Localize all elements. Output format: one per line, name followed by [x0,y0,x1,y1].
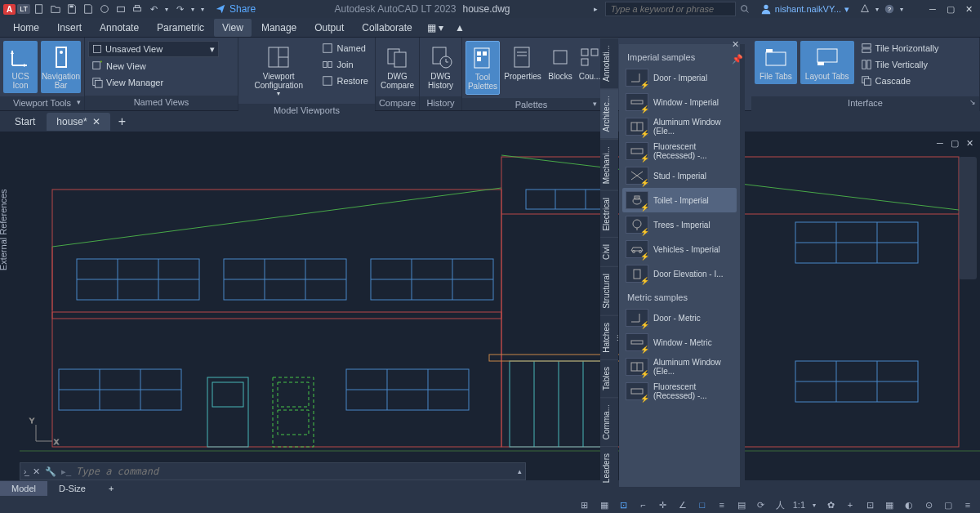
plot-icon[interactable] [114,2,128,16]
quickprops-icon[interactable]: ▦ [882,498,897,511]
dwg-compare-button[interactable]: DWG Compare [379,41,416,93]
menu-collaborate[interactable]: Collaborate [354,19,420,37]
autodesk-dropdown-icon[interactable]: ▾ [874,2,880,16]
cmd-expand-icon[interactable]: ▴ [518,467,522,475]
join-viewport-button[interactable]: Join [318,57,372,72]
save-as-icon[interactable] [81,2,96,16]
command-input[interactable] [76,466,513,477]
print-icon[interactable] [130,2,145,16]
tab-close-icon[interactable]: ✕ [92,116,100,127]
palette-item-door-imperial[interactable]: Door - Imperial [622,65,737,90]
isodraft-icon[interactable]: ∠ [675,498,690,511]
grid-icon[interactable]: ▦ [597,498,612,511]
palette-item-stud[interactable]: Stud - Imperial [622,163,737,188]
scale-dropdown-icon[interactable]: ▾ [810,498,818,511]
cleanscreen-icon[interactable]: ▢ [941,498,956,511]
snap-icon[interactable]: ⊡ [617,498,631,511]
viewport-maximize-icon[interactable]: ▢ [949,137,960,149]
external-references-panel[interactable]: External References [0,189,8,270]
cmd-customize-icon[interactable]: 🔧 [45,466,56,477]
navigation-bar-widget[interactable] [959,157,977,279]
save-icon[interactable] [65,2,79,16]
units-icon[interactable]: ⊡ [862,498,877,511]
redo-icon[interactable]: ↷ [172,2,187,16]
palette-item-fluorescent[interactable]: Fluorescent (Recessed) -... [622,139,737,163]
qat-dropdown-icon[interactable]: ▾ [198,2,207,16]
user-account[interactable]: nishant.naikVY... ▾ [760,3,849,15]
cascade-button[interactable]: Cascade [858,74,942,88]
osnap-icon[interactable]: □ [695,498,710,511]
new-tab-button[interactable]: + [112,114,132,129]
annoscale-icon[interactable]: 人 [773,498,788,511]
view-manager-button[interactable]: View Manager [88,75,234,90]
transparency-icon[interactable]: ▤ [734,498,749,511]
palette-item-door-elevation[interactable]: Door Elevation - I... [622,261,737,286]
palette-tab-commands[interactable]: Comma... [600,397,618,446]
palette-item-trees[interactable]: Trees - Imperial [622,212,737,237]
menu-view[interactable]: View [214,19,252,37]
palette-tab-mechanical[interactable]: Mechani... [600,139,618,190]
lineweight-icon[interactable]: ≡ [715,498,729,511]
search-icon[interactable] [737,2,752,16]
properties-button[interactable]: Properties [503,41,542,84]
palette-tab-electrical[interactable]: Electrical [600,190,618,238]
tool-palettes-button[interactable]: Tool Palettes [466,41,500,95]
help-icon[interactable]: ? [882,2,897,16]
viewport-close-icon[interactable]: ✕ [964,137,975,149]
palette-pin-icon[interactable]: 📌 [732,54,743,65]
menu-home[interactable]: Home [5,19,47,37]
palette-item-window-metric[interactable]: Window - Metric [622,330,737,355]
palette-tab-architectural[interactable]: Architec... [600,88,618,138]
scale-label[interactable]: 1:1 [793,498,805,511]
annotation-monitor-icon[interactable]: + [843,498,858,511]
undo-icon[interactable]: ↶ [146,2,161,16]
palette-tab-civil[interactable]: Civil [600,237,618,266]
dwg-history-button[interactable]: DWG History [423,41,458,93]
palette-item-fluorescent-metric[interactable]: Fluorescent (Recessed) -... [622,379,737,404]
web-icon[interactable] [97,2,112,16]
menu-featured-apps[interactable]: ▦ ▾ [422,19,448,37]
ortho-icon[interactable]: ⌐ [636,498,651,511]
model-tab[interactable]: Model [0,481,47,496]
menu-parametric[interactable]: Parametric [149,19,212,37]
drawing-canvas[interactable]: External References [0,132,980,480]
isolate-icon[interactable]: ◐ [902,498,916,511]
redo-dropdown-icon[interactable]: ▾ [189,2,197,16]
close-icon[interactable]: ✕ [960,2,977,16]
cmd-history-icon[interactable]: ›_ [24,467,28,476]
tab-house[interactable]: house*✕ [47,113,109,131]
palette-item-toilet[interactable]: Toilet - Imperial [622,188,737,212]
navigation-bar-button[interactable]: Navigation Bar [41,41,81,93]
tile-horizontally-button[interactable]: Tile Horizontally [858,41,942,56]
undo-dropdown-icon[interactable]: ▾ [163,2,171,16]
named-viewport-button[interactable]: Named [318,41,372,56]
cmd-close-icon[interactable]: ✕ [33,466,40,477]
modelspace-icon[interactable]: ⊞ [577,498,592,511]
hardware-accel-icon[interactable]: ⊙ [921,498,936,511]
layout-tabs-button[interactable]: Layout Tabs [800,41,854,84]
view-combo[interactable]: Unsaved View▾ [88,41,219,57]
menu-insert[interactable]: Insert [49,19,90,37]
workspace-icon[interactable]: ✿ [823,498,838,511]
count-button[interactable]: Cou... [578,41,601,84]
palette-item-vehicles[interactable]: Vehicles - Imperial [622,237,737,261]
palette-tab-annotation[interactable]: Annotati... [600,38,618,88]
command-line[interactable]: ›_ ✕ 🔧 ▸_ ▴ [20,462,526,480]
tab-start[interactable]: Start [5,113,45,131]
customize-status-icon[interactable]: ≡ [960,498,975,511]
tile-vertically-button[interactable]: Tile Vertically [858,57,942,72]
palette-tab-hatches[interactable]: Hatches ... [600,315,618,359]
maximize-icon[interactable]: ▢ [942,2,959,16]
palette-item-aluminum-window-metric[interactable]: Aluminum Window (Ele... [622,355,737,379]
new-icon[interactable] [32,2,47,16]
palette-tab-structural[interactable]: Structural [600,266,618,315]
layout-dsize-tab[interactable]: D-Size [47,481,97,496]
viewport-config-button[interactable]: Viewport Configuration▾ [242,41,315,100]
add-layout-button[interactable]: + [97,481,125,496]
new-view-button[interactable]: *New View [88,59,234,74]
autodesk-icon[interactable] [858,2,872,16]
search-input[interactable] [605,2,736,16]
file-tabs-button[interactable]: File Tabs [755,41,797,84]
polar-icon[interactable]: ✛ [656,498,670,511]
palette-close-icon[interactable]: ✕ [732,39,739,50]
